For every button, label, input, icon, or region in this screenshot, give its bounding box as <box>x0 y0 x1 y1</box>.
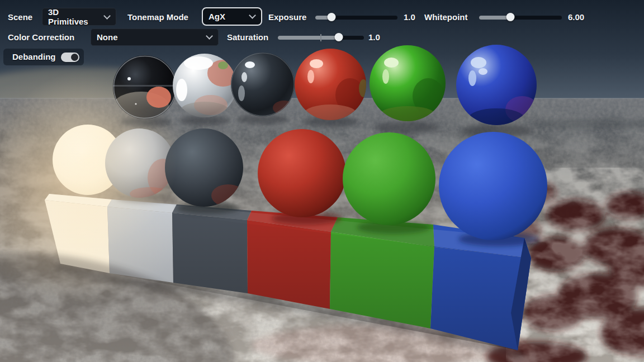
tonemap-mode-dropdown-value: AgX <box>209 12 245 21</box>
whitepoint-slider[interactable] <box>479 13 562 22</box>
slider-knob[interactable] <box>506 13 515 21</box>
matte-sphere-red <box>258 129 346 217</box>
tonemap-mode-label: Tonemap Mode <box>127 13 188 22</box>
chevron-down-icon <box>103 12 111 20</box>
saturation-value: 1.0 <box>368 33 380 42</box>
toggle-knob <box>71 54 78 61</box>
slider-fill <box>278 36 339 40</box>
chevron-down-icon <box>249 12 256 19</box>
color-correction-dropdown[interactable]: None <box>91 28 219 46</box>
slider-tick <box>320 34 321 41</box>
color-correction-dropdown-value: None <box>97 32 202 42</box>
saturation-label: Saturation <box>227 33 268 42</box>
whitepoint-value: 6.00 <box>568 13 584 22</box>
saturation-slider[interactable] <box>278 33 364 42</box>
whitepoint-label: Whitepoint <box>424 13 467 22</box>
slider-knob[interactable] <box>328 13 336 21</box>
exposure-value: 1.0 <box>404 13 415 22</box>
scene-dropdown-value: 3D Primitives <box>48 7 100 26</box>
chevron-down-icon <box>206 32 213 40</box>
tonemap-mode-dropdown[interactable]: AgX <box>202 7 262 26</box>
debanding-toggle[interactable] <box>61 53 79 62</box>
exposure-slider[interactable] <box>315 13 397 22</box>
matte-sphere-blue <box>439 132 547 240</box>
slider-knob[interactable] <box>335 33 343 41</box>
exposure-label: Exposure <box>268 13 306 22</box>
scene-label: Scene <box>8 13 32 22</box>
viewport-3d <box>0 0 644 362</box>
debanding-label: Debanding <box>12 53 56 61</box>
matte-sphere-green <box>343 132 435 225</box>
scene-dropdown[interactable]: 3D Primitives <box>42 8 116 26</box>
color-correction-label: Color Correction <box>8 33 74 42</box>
